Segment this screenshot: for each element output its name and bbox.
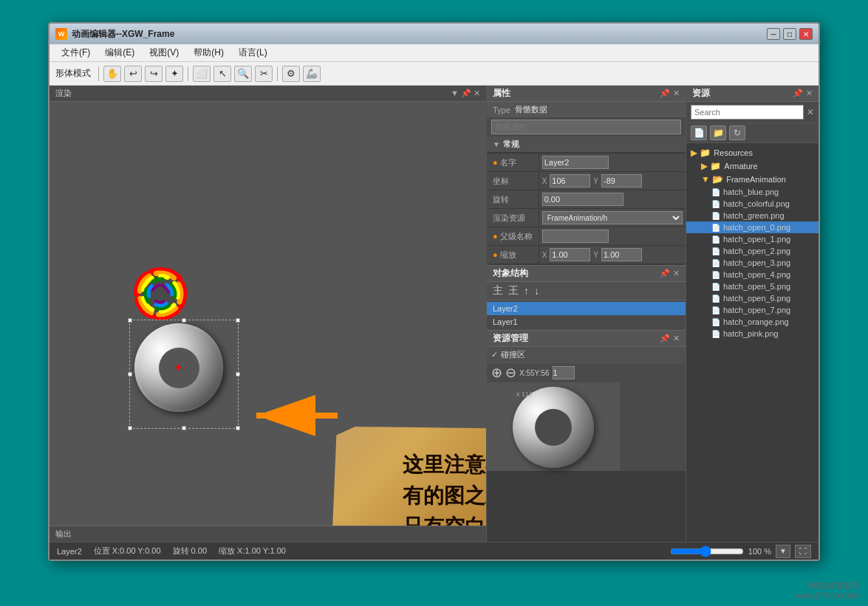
prop-parent-input[interactable] <box>542 230 609 243</box>
properties-controls[interactable]: 📌 ✕ <box>660 89 680 98</box>
object-panel-controls[interactable]: 📌 ✕ <box>660 269 680 278</box>
resources-search-input[interactable] <box>691 105 804 120</box>
handle-bl[interactable] <box>128 426 132 430</box>
obj-down-btn[interactable]: ↓ <box>533 285 541 297</box>
res-file-6[interactable]: 📄 hatch_open_3.png <box>686 257 819 269</box>
close-button[interactable]: ✕ <box>799 28 813 40</box>
app-icon: W <box>55 28 67 40</box>
section-toggle[interactable]: ▼ <box>493 140 500 148</box>
prop-search-input[interactable] <box>491 120 681 134</box>
file-icon-6: 📄 <box>711 259 720 267</box>
maximize-button[interactable]: □ <box>783 28 796 40</box>
render-panel-pin[interactable]: ▼ 📌 ✕ <box>451 89 480 98</box>
folder-icon-resources: ▶ 📁 <box>691 148 711 158</box>
toolbar-cut-btn[interactable]: ✂ <box>255 66 273 82</box>
obj-close-btn[interactable]: ✕ <box>673 269 680 278</box>
prop-rotate-input[interactable] <box>542 193 623 206</box>
prop-coord-x[interactable] <box>550 174 590 187</box>
menu-edit[interactable]: 编辑(E) <box>99 45 140 61</box>
zoom-input[interactable] <box>553 366 575 379</box>
render-canvas[interactable]: + <box>49 102 486 526</box>
menu-view[interactable]: 视图(V) <box>143 45 185 61</box>
prop-dot2: ● <box>493 232 498 241</box>
obj-main-btn[interactable]: 主 <box>491 284 505 297</box>
prop-scale-y[interactable] <box>601 248 642 261</box>
prop-resource-select[interactable]: FrameAnimation/h <box>542 211 683 224</box>
prop-scale-x[interactable] <box>550 248 590 261</box>
res-file-8[interactable]: 📄 hatch_open_5.png <box>686 280 819 292</box>
toolbar-rect-btn[interactable]: ⬜ <box>193 66 211 82</box>
fullscreen-btn[interactable]: ⛶ <box>795 545 811 558</box>
res-file-3[interactable]: 📄 hatch_open_0.png <box>686 221 819 233</box>
resource-mgr-controls[interactable]: 📌 ✕ <box>660 334 680 343</box>
res-file-12[interactable]: 📄 hatch_pink.png <box>686 328 819 340</box>
res-file-11[interactable]: 📄 hatch_orange.png <box>686 316 819 328</box>
obj-item-layer2[interactable]: Layer2 <box>487 302 686 315</box>
toolbar-zoom-btn[interactable]: 🔍 <box>234 66 252 82</box>
res-folder-btn[interactable]: 📁 <box>710 125 726 140</box>
res-file-btn[interactable]: 📄 <box>691 125 707 140</box>
handle-ml[interactable] <box>128 372 132 376</box>
handle-mr[interactable] <box>236 372 240 376</box>
res-mgr-close-btn[interactable]: ✕ <box>673 334 680 343</box>
prop-name-label: ● 名字 <box>487 154 539 171</box>
res-file-4[interactable]: 📄 hatch_open_1.png <box>686 233 819 245</box>
prop-scale-label: ● 缩放 <box>487 246 539 264</box>
res-file-0[interactable]: 📄 hatch_blue.png <box>686 186 819 198</box>
prop-pin-btn[interactable]: 📌 <box>660 89 670 98</box>
prop-coord-label: 坐标 <box>487 172 539 190</box>
toolbar-move-btn[interactable]: ✋ <box>103 66 121 82</box>
minimize-button[interactable]: ─ <box>767 28 780 40</box>
menu-language[interactable]: 语言(L) <box>233 45 273 61</box>
res-file-1[interactable]: 📄 hatch_colorful.png <box>686 198 819 210</box>
toolbar-arm2-btn[interactable]: 🦾 <box>303 66 321 82</box>
zoom-slider[interactable] <box>670 545 744 557</box>
obj-up-btn[interactable]: ↑ <box>522 285 530 297</box>
toolbar-arm1-btn[interactable]: ⚙ <box>282 66 300 82</box>
handle-bm[interactable] <box>182 426 186 430</box>
prop-coord-y[interactable] <box>601 174 642 187</box>
toolbar-mode-label: 形体模式 <box>55 67 91 80</box>
res-refresh-btn[interactable]: ↻ <box>729 125 745 140</box>
res-file-9[interactable]: 📄 hatch_open_6.png <box>686 292 819 304</box>
res-folder-resources[interactable]: ▶ 📁 Resources <box>686 146 819 159</box>
parchment-note: 这里注意不要往现有的图之上拖动，只有空白的地方才能成功。 <box>330 427 486 526</box>
res-folder-frameanimation[interactable]: ▼ 📂 FrameAnimation <box>686 173 819 186</box>
zoom-out-btn[interactable]: ⊖ <box>505 365 516 381</box>
obj-king-btn[interactable]: 王 <box>507 284 520 297</box>
obj-pin-btn[interactable]: 📌 <box>660 269 670 278</box>
res-folder-armature[interactable]: ▶ 📁 Armature <box>686 159 819 173</box>
section-title-normal: 常规 <box>503 139 519 150</box>
prop-close-btn[interactable]: ✕ <box>673 89 680 98</box>
handle-tr[interactable] <box>236 318 240 323</box>
res-file-2[interactable]: 📄 hatch_green.png <box>686 210 819 221</box>
toolbar-redo-btn[interactable]: ↪ <box>145 66 163 82</box>
prop-name-input[interactable] <box>542 156 609 169</box>
res-search-clear[interactable]: ✕ <box>807 107 814 117</box>
menu-file[interactable]: 文件(F) <box>55 45 96 61</box>
collision-checkbox[interactable]: ✓ <box>491 350 498 359</box>
res-panel-pin-btn[interactable]: 📌 <box>793 89 803 98</box>
res-file-5[interactable]: 📄 hatch_open_2.png <box>686 245 819 257</box>
resources-panel-controls[interactable]: 📌 ✕ <box>793 89 813 98</box>
zoom-in-btn[interactable]: ⊕ <box>491 365 502 381</box>
menu-help[interactable]: 帮助(H) <box>188 45 230 61</box>
res-file-7[interactable]: 📄 hatch_open_4.png <box>686 269 819 280</box>
prop-resource-label: 渲染资源 <box>487 209 539 227</box>
zoom-down-btn[interactable]: ▼ <box>776 545 790 558</box>
res-file-10[interactable]: 📄 hatch_open_7.png <box>686 304 819 316</box>
toolbar-undo-btn[interactable]: ↩ <box>124 66 142 82</box>
res-mgr-pin-btn[interactable]: 📌 <box>660 334 670 343</box>
obj-item-layer1[interactable]: Layer1 <box>487 315 686 328</box>
toolbar-arrow-btn[interactable]: ↖ <box>213 66 231 82</box>
properties-panel: 属性 📌 ✕ Type 骨骼数据 ▼ 常规 <box>487 86 686 265</box>
toolbar: 形体模式 ✋ ↩ ↪ ✦ ⬜ ↖ 🔍 ✂ ⚙ 🦾 <box>49 62 819 86</box>
resource-manager-panel: 资源管理 📌 ✕ ✓ 碰撞区 ⊕ ⊖ X:55Y:56 <box>487 330 686 471</box>
file-icon-7: 📄 <box>711 271 720 279</box>
toolbar-sparkle-btn[interactable]: ✦ <box>165 66 183 82</box>
content-area: 渲染 ▼ 📌 ✕ <box>49 86 819 542</box>
res-panel-close-btn[interactable]: ✕ <box>806 89 813 98</box>
status-bar: Layer2 位置 X:0.00 Y:0.00 旋转 0.00 缩放 X:1.0… <box>49 542 819 559</box>
preview-coord: x 112 <box>516 390 533 398</box>
title-controls[interactable]: ─ □ ✕ <box>767 28 813 40</box>
